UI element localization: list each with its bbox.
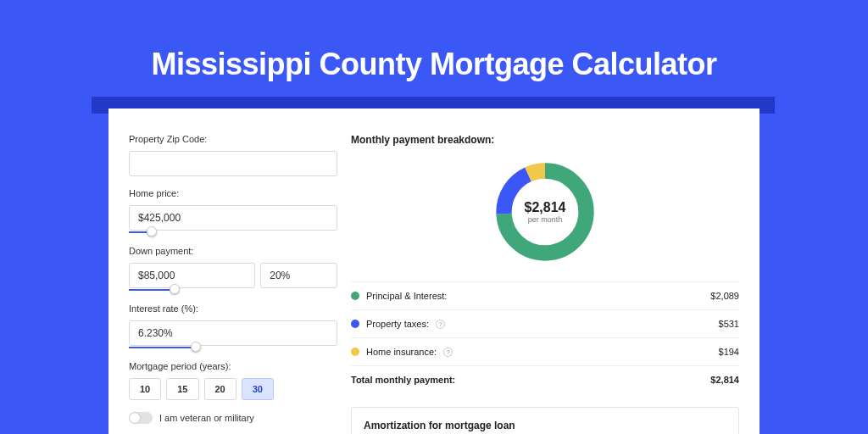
total-label: Total monthly payment: [351,375,455,385]
form-column: Property Zip Code: Home price: Down paym… [129,134,337,434]
period-15[interactable]: 15 [166,378,198,400]
rate-slider[interactable] [129,346,337,349]
down-amount-input[interactable] [129,263,255,288]
legend-row: Principal & Interest:$2,089 [351,282,739,309]
veteran-row: I am veteran or military [129,412,337,424]
legend-value: $531 [719,319,739,329]
price-slider[interactable] [129,231,337,234]
rate-input[interactable] [129,320,337,346]
donut-wrap: $2,814 per month [351,158,739,266]
period-30[interactable]: 30 [242,378,274,400]
rate-label: Interest rate (%): [129,303,337,314]
donut-amount: $2,814 [525,200,566,215]
legend: Principal & Interest:$2,089Property taxe… [351,281,739,365]
period-10[interactable]: 10 [129,378,161,400]
info-icon[interactable]: ? [443,348,453,357]
period-block: Mortgage period (years): 10152030 [129,361,337,400]
breakdown-title: Monthly payment breakdown: [351,134,739,146]
down-block: Down payment: [129,246,337,292]
veteran-label: I am veteran or military [159,413,254,423]
legend-row: Property taxes:?$531 [351,309,739,337]
down-slider[interactable] [129,288,337,292]
zip-input[interactable] [129,151,337,176]
breakdown-column: Monthly payment breakdown: $2,814 per mo… [351,134,739,434]
toggle-knob [130,413,140,423]
legend-label: Home insurance: [366,347,437,357]
amortization-title: Amortization for mortgage loan [364,420,726,431]
price-label: Home price: [129,188,337,198]
donut-chart: $2,814 per month [491,158,599,266]
legend-label: Principal & Interest: [366,291,447,301]
price-block: Home price: [129,188,337,234]
legend-row: Home insurance:?$194 [351,337,739,365]
legend-label: Property taxes: [366,319,429,329]
calculator-panel: Property Zip Code: Home price: Down paym… [108,108,760,434]
yellow-dot-icon [351,348,359,356]
zip-block: Property Zip Code: [129,134,337,176]
zip-label: Property Zip Code: [129,134,337,144]
period-buttons: 10152030 [129,378,337,400]
total-value: $2,814 [710,375,739,385]
down-label: Down payment: [129,246,337,256]
donut-sub: per month [528,215,563,224]
legend-value: $194 [719,347,739,357]
amortization-card: Amortization for mortgage loan Amortizat… [351,407,739,434]
page-title: Mississippi County Mortgage Calculator [0,0,868,82]
info-icon[interactable]: ? [436,320,445,329]
period-label: Mortgage period (years): [129,361,337,371]
total-row: Total monthly payment: $2,814 [351,365,739,393]
down-pct-input[interactable] [260,263,337,288]
veteran-toggle[interactable] [129,412,153,424]
blue-dot-icon [351,320,359,328]
green-dot-icon [351,292,359,300]
legend-value: $2,089 [710,291,739,301]
rate-block: Interest rate (%): [129,303,337,349]
price-input[interactable] [129,205,337,231]
period-20[interactable]: 20 [204,378,236,400]
